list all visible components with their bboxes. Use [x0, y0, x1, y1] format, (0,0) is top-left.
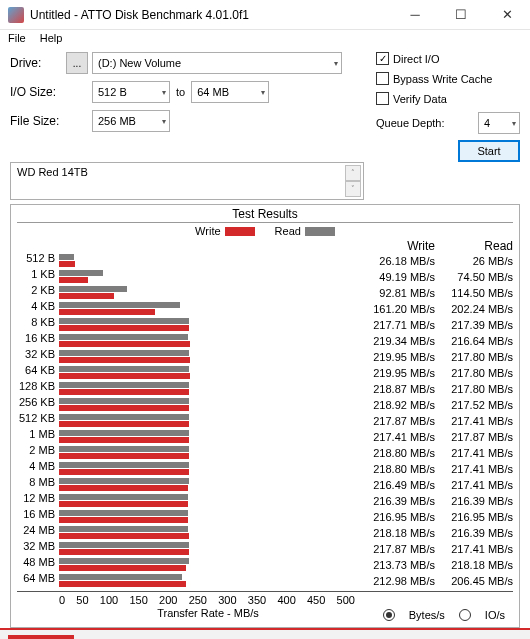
- verify-data-checkbox[interactable]: [376, 92, 389, 105]
- read-bar: [59, 558, 189, 564]
- write-value: 219.34 MB/s: [357, 333, 435, 349]
- direct-io-checkbox[interactable]: ✓: [376, 52, 389, 65]
- chart-row-label: 2 KB: [17, 285, 55, 301]
- read-value: 217.80 MB/s: [435, 381, 513, 397]
- read-value: 217.41 MB/s: [435, 461, 513, 477]
- read-bar: [59, 302, 180, 308]
- io-size-label: I/O Size:: [10, 85, 66, 99]
- read-bar: [59, 478, 189, 484]
- chevron-down-icon: ▾: [162, 88, 166, 97]
- description-text: WD Red 14TB: [17, 166, 88, 178]
- read-value: 217.80 MB/s: [435, 349, 513, 365]
- chart-row: [59, 509, 357, 525]
- write-value: 217.41 MB/s: [357, 429, 435, 445]
- io-size-from-select[interactable]: 512 B ▾: [92, 81, 170, 103]
- spin-up-icon[interactable]: ˄: [345, 165, 361, 181]
- start-button[interactable]: Start: [458, 140, 520, 162]
- x-tick: 100: [100, 594, 118, 606]
- menu-file[interactable]: File: [8, 32, 26, 44]
- spin-down-icon[interactable]: ˅: [345, 181, 361, 197]
- read-value: 202.24 MB/s: [435, 301, 513, 317]
- io-size-to-select[interactable]: 64 MB ▾: [191, 81, 269, 103]
- file-size-select[interactable]: 256 MB ▾: [92, 110, 170, 132]
- read-value: 216.64 MB/s: [435, 333, 513, 349]
- bypass-cache-checkbox[interactable]: [376, 72, 389, 85]
- write-bar: [59, 277, 88, 283]
- file-size-label: File Size:: [10, 114, 66, 128]
- chart-row-label: 64 MB: [17, 573, 55, 589]
- write-value: 218.80 MB/s: [357, 445, 435, 461]
- chart-x-axis: 050100150200250300350400450500: [17, 591, 513, 606]
- x-tick: 500: [337, 594, 355, 606]
- write-bar: [59, 549, 189, 555]
- write-bar: [59, 565, 186, 571]
- bytes-radio[interactable]: [383, 609, 395, 621]
- bytes-label: Bytes/s: [409, 609, 445, 621]
- read-bar: [59, 430, 189, 436]
- write-bar: [59, 501, 188, 507]
- chart-row-label: 16 MB: [17, 509, 55, 525]
- chart-row-label: 12 MB: [17, 493, 55, 509]
- read-value: 216.39 MB/s: [435, 525, 513, 541]
- read-bar: [59, 334, 188, 340]
- read-bar: [59, 270, 103, 276]
- ios-radio[interactable]: [459, 609, 471, 621]
- legend-write-label: Write: [195, 225, 220, 237]
- read-value: 216.39 MB/s: [435, 493, 513, 509]
- chart-row: [59, 541, 357, 557]
- io-to-label: to: [170, 86, 191, 98]
- write-bar: [59, 517, 188, 523]
- read-bar: [59, 350, 189, 356]
- drive-select[interactable]: (D:) New Volume ▾: [92, 52, 342, 74]
- chart-row: [59, 349, 357, 365]
- x-tick: 0: [59, 594, 65, 606]
- maximize-button[interactable]: ☐: [438, 0, 484, 30]
- minimize-button[interactable]: ─: [392, 0, 438, 30]
- chart-row-label: 8 KB: [17, 317, 55, 333]
- description-input[interactable]: WD Red 14TB ˄ ˅: [10, 162, 364, 200]
- chart-row: [59, 317, 357, 333]
- chart-row: [59, 301, 357, 317]
- write-value: 161.20 MB/s: [357, 301, 435, 317]
- read-value: 206.45 MB/s: [435, 573, 513, 589]
- chevron-down-icon: ▾: [261, 88, 265, 97]
- write-bar: [59, 485, 188, 491]
- results-panel: Test Results Write Read 512 B1 KB2 KB4 K…: [10, 204, 520, 628]
- read-bar: [59, 462, 189, 468]
- write-value: 92.81 MB/s: [357, 285, 435, 301]
- chart-x-label: Transfer Rate - MB/s: [59, 607, 357, 623]
- chart-row: [59, 333, 357, 349]
- title-bar: Untitled - ATTO Disk Benchmark 4.01.0f1 …: [0, 0, 530, 30]
- chart-row: [59, 461, 357, 477]
- x-tick: 350: [248, 594, 266, 606]
- read-bar: [59, 286, 127, 292]
- x-tick: 50: [76, 594, 88, 606]
- write-value: 218.87 MB/s: [357, 381, 435, 397]
- read-value: 216.95 MB/s: [435, 509, 513, 525]
- chart-row: [59, 429, 357, 445]
- read-value: 217.80 MB/s: [435, 365, 513, 381]
- write-bar: [59, 421, 189, 427]
- read-value: 218.18 MB/s: [435, 557, 513, 573]
- chart-row-label: 2 MB: [17, 445, 55, 461]
- chart-row-label: 256 KB: [17, 397, 55, 413]
- chart-row: [59, 397, 357, 413]
- write-value: 216.95 MB/s: [357, 509, 435, 525]
- read-column: Read 26 MB/s74.50 MB/s114.50 MB/s202.24 …: [435, 239, 513, 589]
- menu-help[interactable]: Help: [40, 32, 63, 44]
- queue-depth-label: Queue Depth:: [376, 117, 445, 129]
- close-button[interactable]: ✕: [484, 0, 530, 30]
- read-value: 26 MB/s: [435, 253, 513, 269]
- chart-row: [59, 573, 357, 589]
- io-from-value: 512 B: [98, 86, 127, 98]
- write-value: 212.98 MB/s: [357, 573, 435, 589]
- chart-row: [59, 285, 357, 301]
- write-bar: [59, 405, 189, 411]
- write-value: 216.49 MB/s: [357, 477, 435, 493]
- start-label: Start: [477, 145, 500, 157]
- chart-bars: [59, 239, 357, 589]
- chart-row: [59, 557, 357, 573]
- x-tick: 400: [277, 594, 295, 606]
- drive-browse-button[interactable]: ...: [66, 52, 88, 74]
- queue-depth-select[interactable]: 4 ▾: [478, 112, 520, 134]
